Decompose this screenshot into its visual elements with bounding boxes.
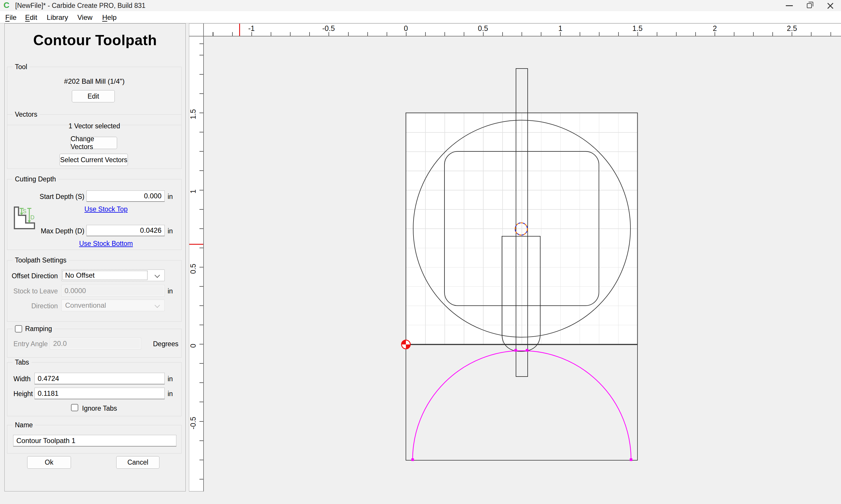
tool-name: #202 Ball Mill (1/4") xyxy=(7,77,181,86)
ruler-label: -1 xyxy=(248,24,255,33)
ruler-label: 1.5 xyxy=(189,108,198,121)
large-circle-vector[interactable] xyxy=(413,120,631,337)
cutting-depth-group-legend: Cutting Depth xyxy=(13,175,58,183)
ruler-label: 0 xyxy=(404,24,408,33)
cursor-y-marker xyxy=(189,244,203,245)
vertical-ruler: 1.5 1 0.5 0 -0.5 xyxy=(189,36,204,491)
edit-tool-button[interactable]: Edit xyxy=(72,90,115,102)
toolpath-name-input[interactable] xyxy=(13,435,176,447)
vector-node-handles[interactable] xyxy=(411,349,633,461)
ramping-checkbox[interactable] xyxy=(15,325,22,332)
close-icon xyxy=(827,3,834,9)
stock-outline xyxy=(406,113,637,344)
ruler-label: 2 xyxy=(713,24,717,33)
window-title: [NewFile]* - Carbide Create PRO, Build 8… xyxy=(15,2,145,10)
menu-help[interactable]: Help xyxy=(99,12,119,23)
tab-width-input[interactable] xyxy=(34,373,165,384)
page-title: Contour Toolpath xyxy=(5,32,185,49)
chevron-down-icon xyxy=(154,272,160,278)
ruler-label: 1.5 xyxy=(633,24,643,33)
ignore-tabs-label: Ignore Tabs xyxy=(82,404,117,412)
vectors-group: Vectors 1 Vector selected Change Vectors… xyxy=(7,114,182,169)
tab-height-input[interactable] xyxy=(34,388,165,399)
ramping-group-legend: Ramping xyxy=(13,325,54,333)
select-current-vectors-button[interactable]: Select Current Vectors xyxy=(59,154,128,166)
max-depth-unit: in xyxy=(168,227,173,235)
cutting-depth-group: Cutting Depth Start Depth (S) in Use Sto… xyxy=(7,179,182,250)
tabs-group: Tabs Width in Height in Ignore Tabs xyxy=(7,362,182,416)
use-stock-bottom-link[interactable]: Use Stock Bottom xyxy=(57,240,155,248)
menu-edit[interactable]: Edit xyxy=(22,12,40,23)
ruler-label: 0.5 xyxy=(478,24,488,33)
vertical-ruler-ticks xyxy=(200,36,203,491)
chevron-down-icon xyxy=(154,303,160,308)
entry-angle-input xyxy=(50,338,141,349)
contour-toolpath-panel: Contour Toolpath Tool #202 Ball Mill (1/… xyxy=(4,23,186,491)
vector-selected-status: 1 Vector selected xyxy=(7,122,181,130)
ruler-label: 0 xyxy=(189,340,198,352)
minimize-icon xyxy=(786,5,793,6)
tab-height-label: Height xyxy=(14,390,33,398)
selected-circle-vector[interactable] xyxy=(515,223,527,235)
entry-angle-unit: Degrees xyxy=(153,340,178,348)
direction-select: Conventional xyxy=(61,300,165,311)
below-stock-rectangle-vector[interactable] xyxy=(406,344,637,460)
name-group-legend: Name xyxy=(13,421,35,429)
ruler-label: -0.5 xyxy=(189,417,198,430)
depth-diagram-icon: S D xyxy=(11,205,36,231)
ruler-label: 0.5 xyxy=(189,263,198,275)
minimize-button[interactable] xyxy=(779,0,799,11)
use-stock-top-link[interactable]: Use Stock Top xyxy=(57,205,155,213)
rounded-square-vector[interactable] xyxy=(444,151,599,306)
open-semicircle-vector[interactable] xyxy=(413,350,631,460)
menu-library[interactable]: Library xyxy=(44,12,71,23)
close-button[interactable] xyxy=(820,0,840,11)
toolpath-settings-group: Toolpath Settings Offset Direction No Of… xyxy=(7,260,182,322)
stock-to-leave-unit: in xyxy=(168,287,173,295)
stock-to-leave-label: Stock to Leave xyxy=(7,287,58,295)
tab-width-label: Width xyxy=(14,375,31,383)
ignore-tabs-checkbox[interactable] xyxy=(71,404,78,411)
stock-to-leave-input xyxy=(61,285,165,296)
svg-text:D: D xyxy=(30,214,34,220)
vector-overlay xyxy=(204,36,841,504)
start-depth-label: Start Depth (S) xyxy=(18,193,84,201)
tab-height-unit: in xyxy=(168,390,173,398)
direction-label: Direction xyxy=(7,302,58,310)
ramping-group: Ramping Entry Angle Degrees xyxy=(7,329,182,358)
max-depth-label: Max Depth (D) xyxy=(18,227,84,235)
keyhole-shape-vector[interactable] xyxy=(502,236,540,352)
restore-button[interactable] xyxy=(799,0,820,11)
start-depth-unit: in xyxy=(168,193,173,201)
max-depth-input[interactable] xyxy=(86,225,165,236)
offset-direction-select[interactable]: No Offset xyxy=(61,270,165,281)
restore-icon xyxy=(807,3,812,8)
design-canvas[interactable] xyxy=(204,36,841,504)
menu-bar: File Edit Library View Help xyxy=(0,11,841,23)
job-origin-marker xyxy=(401,340,410,349)
offset-direction-label: Offset Direction xyxy=(7,272,58,280)
menu-view[interactable]: View xyxy=(74,12,96,23)
ruler-label: 1 xyxy=(558,24,562,33)
menu-file[interactable]: File xyxy=(2,12,20,23)
change-vectors-button[interactable]: Change Vectors xyxy=(70,137,117,149)
tool-group-legend: Tool xyxy=(13,63,30,71)
ruler-corner xyxy=(189,23,204,36)
cursor-x-marker xyxy=(239,24,240,36)
title-bar: C [NewFile]* - Carbide Create PRO, Build… xyxy=(0,0,841,11)
name-group: Name xyxy=(7,425,182,453)
entry-angle-label: Entry Angle xyxy=(14,340,48,348)
app-window: C [NewFile]* - Carbide Create PRO, Build… xyxy=(0,0,841,504)
horizontal-ruler: -1 -0.5 0 0.5 1 1.5 2 2.5 xyxy=(204,23,841,36)
tabs-group-legend: Tabs xyxy=(13,358,32,366)
svg-text:S: S xyxy=(22,208,26,214)
cancel-button[interactable]: Cancel xyxy=(116,456,159,469)
vectors-group-legend: Vectors xyxy=(13,110,40,119)
start-depth-input[interactable] xyxy=(86,191,165,202)
toolpath-settings-group-legend: Toolpath Settings xyxy=(13,256,69,264)
ruler-label: 1 xyxy=(189,185,198,198)
ok-button[interactable]: Ok xyxy=(27,456,71,469)
app-logo-icon: C xyxy=(3,1,9,10)
horizontal-ruler-ticks xyxy=(204,32,841,36)
ruler-label: 2.5 xyxy=(787,24,797,33)
